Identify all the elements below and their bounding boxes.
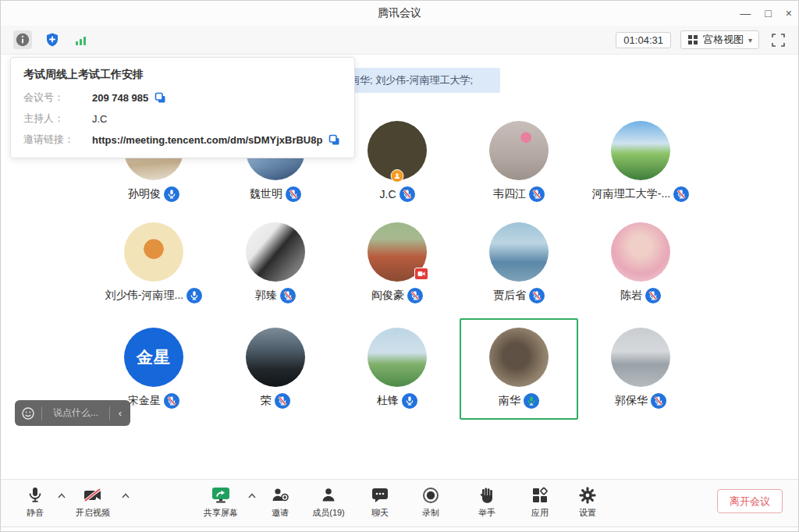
members-person-icon — [319, 485, 338, 505]
participant-cell[interactable]: 杜锋 — [336, 328, 458, 410]
mic-status-icon — [275, 393, 290, 409]
share-screen-button[interactable]: 共享屏幕 — [197, 485, 244, 519]
avatar — [368, 121, 427, 180]
participant-name: J.C — [380, 188, 396, 200]
chevron-down-icon: ▾ — [748, 36, 752, 44]
share-screen-label: 共享屏幕 — [204, 507, 238, 519]
participant-name: 荣 — [261, 394, 272, 408]
participant-cell[interactable]: 贾后省 — [458, 222, 580, 305]
emoji-icon[interactable] — [15, 406, 41, 420]
participant-name: 陈岩 — [620, 289, 642, 303]
avatar — [368, 328, 427, 387]
mute-options-chevron-icon[interactable] — [57, 492, 66, 499]
mic-status-icon — [280, 288, 296, 303]
mute-label: 静音 — [27, 507, 44, 519]
security-shield-icon[interactable] — [43, 30, 62, 49]
mic-status-icon — [673, 186, 689, 202]
participant-cell[interactable]: 南华 — [458, 328, 580, 410]
view-mode-selector[interactable]: 宫格视图 ▾ — [680, 30, 759, 49]
chat-bubble-icon — [371, 485, 389, 505]
participant-name: 郭臻 — [255, 289, 277, 303]
settings-gear-icon — [578, 485, 597, 505]
avatar — [124, 222, 183, 282]
app-window: 腾讯会议 — □ × 01:04:31 宫格视图 ▾ — [0, 0, 799, 532]
members-label: 成员(19) — [312, 507, 345, 519]
collapse-chevron-icon[interactable]: ‹ — [110, 407, 130, 419]
minimize-button[interactable]: — — [740, 1, 751, 26]
participant-name: 郭保华 — [615, 394, 648, 408]
participant-cell[interactable]: 韦四江 — [458, 121, 580, 204]
host-label: 主持人： — [23, 112, 92, 126]
bottom-toolbar: 静音 开启视频 共享屏幕 邀请 — [1, 479, 798, 527]
participant-cell[interactable]: 河南理工大学-... — [580, 121, 701, 204]
participant-name: 宋金星 — [128, 394, 161, 408]
apps-button[interactable]: 应用 — [523, 485, 557, 519]
meeting-no-label: 会议号： — [23, 90, 92, 105]
avatar — [611, 222, 670, 282]
maximize-button[interactable]: □ — [765, 1, 771, 26]
participant-name: 贾后省 — [493, 289, 526, 303]
participant-cell[interactable]: 荣 — [215, 328, 336, 410]
settings-button[interactable]: 设置 — [570, 485, 605, 519]
avatar-text: 金星 — [124, 328, 183, 387]
chat-label: 聊天 — [371, 507, 389, 519]
mute-button[interactable]: 静音 — [18, 485, 52, 519]
participant-name: 韦四江 — [493, 187, 526, 201]
meeting-info-popup: 考试周线上考试工作安排 会议号： 209 748 985 主持人： J.C 邀请… — [10, 57, 355, 158]
participant-cell[interactable]: 金星 宋金星 — [93, 328, 215, 410]
apps-label: 应用 — [531, 507, 549, 519]
invite-person-icon — [271, 485, 289, 505]
avatar — [611, 328, 670, 387]
start-video-button[interactable]: 开启视频 — [69, 485, 116, 519]
host-badge-icon — [391, 169, 404, 183]
video-options-chevron-icon[interactable] — [121, 492, 130, 499]
window-bottom-edge — [1, 527, 798, 531]
camera-off-icon — [83, 485, 103, 505]
close-button[interactable]: × — [786, 1, 792, 26]
invite-button[interactable]: 邀请 — [263, 485, 297, 519]
apps-grid-icon — [531, 485, 549, 505]
copy-icon[interactable] — [328, 134, 340, 146]
leave-meeting-button[interactable]: 离开会议 — [717, 489, 783, 513]
share-options-chevron-icon[interactable] — [247, 492, 257, 499]
grid-view-icon — [687, 34, 698, 45]
invite-link-value: https://meeting.tencent.com/dm/sDMYjxBrB… — [92, 134, 322, 146]
mic-status-icon — [645, 288, 661, 303]
meeting-timer: 01:04:31 — [616, 32, 671, 48]
share-screen-icon — [211, 485, 231, 505]
invite-link-label: 邀请链接： — [23, 133, 92, 147]
participant-cell[interactable]: 郭臻 — [215, 222, 336, 305]
avatar — [368, 222, 427, 282]
participant-name: 河南理工大学-... — [592, 187, 670, 201]
avatar — [246, 222, 305, 282]
info-icon[interactable] — [13, 30, 32, 49]
members-button[interactable]: 成员(19) — [305, 485, 352, 519]
participant-cell[interactable]: 陈岩 — [580, 222, 701, 305]
fullscreen-icon[interactable] — [769, 30, 787, 49]
meeting-no-value: 209 748 985 — [92, 92, 148, 104]
host-value: J.C — [92, 113, 108, 125]
meeting-title: 考试周线上考试工作安排 — [23, 68, 342, 82]
participant-cell[interactable]: 阎俊豪 — [336, 222, 458, 305]
participant-cell[interactable]: 郭保华 — [580, 328, 701, 410]
mic-status-icon — [400, 186, 415, 202]
video-badge-icon — [414, 268, 428, 280]
record-icon — [421, 485, 440, 505]
chat-input-placeholder[interactable]: 说点什么... — [42, 406, 109, 420]
network-signal-icon[interactable] — [73, 30, 91, 49]
participant-name: 孙明俊 — [128, 187, 161, 201]
participant-cell[interactable]: 刘少伟-河南理... — [93, 222, 215, 305]
copy-icon[interactable] — [154, 92, 166, 104]
participant-name: 刘少伟-河南理... — [105, 289, 183, 303]
mic-status-icon — [524, 393, 539, 409]
title-bar: 腾讯会议 — □ × — [1, 1, 798, 27]
mic-status-icon — [402, 393, 417, 409]
mic-status-icon — [407, 288, 423, 303]
chat-quick-bar[interactable]: 说点什么... ‹ — [15, 400, 130, 426]
chat-button[interactable]: 聊天 — [363, 485, 397, 519]
mic-status-icon — [529, 288, 545, 303]
raise-hand-button[interactable]: 举手 — [470, 485, 504, 519]
mic-status-icon — [186, 288, 202, 303]
record-button[interactable]: 录制 — [414, 485, 448, 519]
mic-status-icon — [164, 186, 179, 202]
